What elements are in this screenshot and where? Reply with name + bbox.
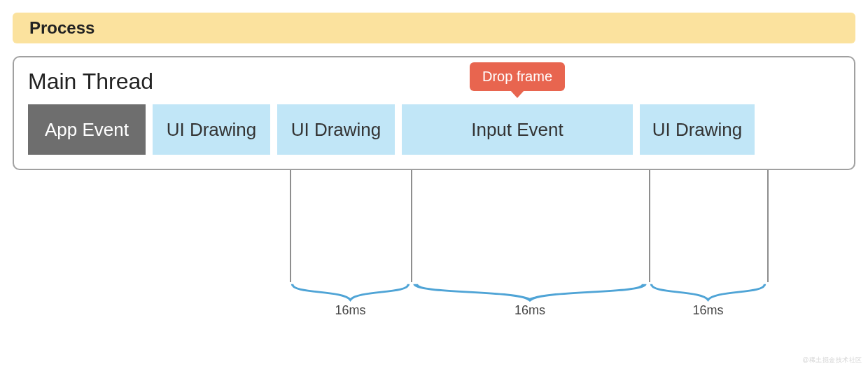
frame-ticks-area: 16ms 16ms 16ms <box>13 170 855 317</box>
main-thread-container: Main Thread App Event UI Drawing UI Draw… <box>13 56 855 170</box>
frame-tick <box>290 170 291 282</box>
block-label: App Event <box>45 119 129 141</box>
block-app-event: App Event <box>28 104 146 155</box>
frame-interval: 16ms <box>411 282 649 317</box>
interval-label: 16ms <box>290 303 411 318</box>
curly-brace-icon <box>649 282 767 302</box>
curly-brace-icon <box>411 282 649 302</box>
frame-tick <box>649 170 650 282</box>
process-title: Process <box>29 18 94 37</box>
frame-interval: 16ms <box>290 282 411 317</box>
block-label: UI Drawing <box>167 119 257 141</box>
frame-tick <box>411 170 412 282</box>
curly-brace-icon <box>290 282 411 302</box>
interval-label: 16ms <box>649 303 767 318</box>
block-input-event: Drop frame Input Event <box>402 104 633 155</box>
block-label: Input Event <box>471 119 564 141</box>
block-label: UI Drawing <box>652 119 743 141</box>
block-ui-drawing-3: UI Drawing <box>640 104 755 155</box>
badge-label: Drop frame <box>482 69 552 84</box>
frame-interval: 16ms <box>649 282 767 317</box>
block-ui-drawing-1: UI Drawing <box>153 104 270 155</box>
process-header: Process <box>13 13 855 43</box>
drop-frame-badge: Drop frame <box>470 62 565 91</box>
main-thread-title: Main Thread <box>28 69 840 95</box>
block-ui-drawing-2: UI Drawing <box>277 104 395 155</box>
frame-tick <box>767 170 769 282</box>
block-label: UI Drawing <box>291 119 382 141</box>
timeline-row: App Event UI Drawing UI Drawing Drop fra… <box>28 104 840 155</box>
interval-label: 16ms <box>411 303 649 318</box>
